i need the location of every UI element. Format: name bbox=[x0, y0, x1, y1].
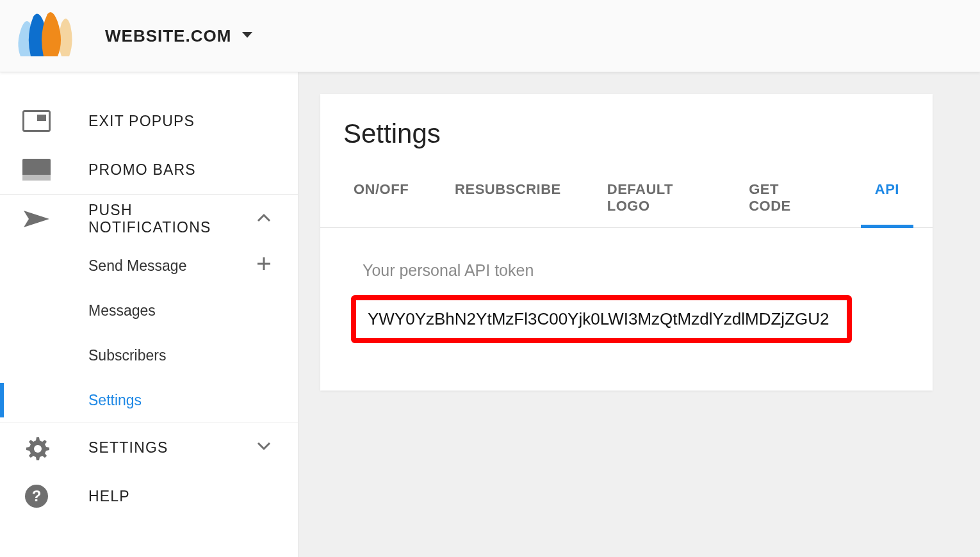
help-icon: ? bbox=[22, 481, 51, 511]
plus-icon[interactable] bbox=[257, 257, 271, 275]
api-token-box[interactable]: YWY0YzBhN2YtMzFl3C00Yjk0LWI3MzQtMzdlYzdl… bbox=[351, 295, 852, 343]
subnav-label: Messages bbox=[88, 302, 156, 319]
nav-label: PROMO BARS bbox=[88, 161, 196, 179]
gear-icon bbox=[22, 433, 51, 462]
nav-push-notifications[interactable]: PUSH NOTIFICATIONS bbox=[0, 195, 298, 243]
settings-tabs: ON/OFF RESUBSCRIBE DEFAULT LOGO GET CODE… bbox=[320, 167, 933, 228]
subnav-messages[interactable]: Messages bbox=[88, 288, 298, 333]
svg-text:?: ? bbox=[32, 487, 42, 505]
nav-exit-popups[interactable]: EXIT POPUPS bbox=[0, 97, 298, 145]
popup-icon bbox=[22, 106, 51, 136]
api-token-value: YWY0YzBhN2YtMzFl3C00Yjk0LWI3MzQtMzdlYzdl… bbox=[368, 309, 829, 328]
sidebar: EXIT POPUPS PROMO BARS PUSH NOTIFICATION… bbox=[0, 72, 298, 557]
app-logo bbox=[15, 7, 73, 65]
subnav-send-message[interactable]: Send Message bbox=[88, 243, 298, 288]
subnav-subscribers[interactable]: Subscribers bbox=[88, 333, 298, 378]
nav-promo-bars[interactable]: PROMO BARS bbox=[0, 145, 298, 194]
chevron-up-icon bbox=[257, 213, 271, 225]
subnav-label: Send Message bbox=[88, 257, 186, 275]
tab-default-logo[interactable]: DEFAULT LOGO bbox=[593, 167, 717, 227]
site-dropdown[interactable]: WEBSITE.COM bbox=[105, 26, 253, 46]
chevron-down-icon bbox=[257, 442, 271, 453]
nav-label: PUSH NOTIFICATIONS bbox=[88, 202, 257, 236]
send-icon bbox=[22, 204, 51, 234]
nav-help[interactable]: ? HELP bbox=[0, 472, 298, 521]
svg-rect-3 bbox=[22, 175, 51, 181]
svg-point-6 bbox=[34, 445, 42, 453]
nav-label: HELP bbox=[88, 488, 130, 505]
site-label: WEBSITE.COM bbox=[105, 26, 231, 46]
caret-down-icon bbox=[241, 30, 253, 42]
subnav-label: Subscribers bbox=[88, 347, 166, 364]
subnav-settings[interactable]: Settings bbox=[88, 378, 298, 423]
settings-card: Settings ON/OFF RESUBSCRIBE DEFAULT LOGO… bbox=[320, 94, 933, 391]
bar-icon bbox=[22, 155, 51, 184]
push-notifications-submenu: Send Message Messages Subscribers Settin… bbox=[0, 243, 298, 423]
tab-on-off[interactable]: ON/OFF bbox=[339, 167, 423, 227]
nav-label: SETTINGS bbox=[88, 439, 168, 456]
svg-rect-1 bbox=[37, 115, 46, 121]
page-title: Settings bbox=[343, 118, 910, 149]
header: WEBSITE.COM bbox=[0, 0, 980, 72]
tab-get-code[interactable]: GET CODE bbox=[735, 167, 828, 227]
tab-api[interactable]: API bbox=[861, 167, 913, 227]
content-area: Settings ON/OFF RESUBSCRIBE DEFAULT LOGO… bbox=[298, 72, 980, 557]
api-token-label: Your personal API token bbox=[363, 261, 902, 280]
subnav-label: Settings bbox=[88, 392, 142, 409]
nav-label: EXIT POPUPS bbox=[88, 113, 195, 130]
tab-resubscribe[interactable]: RESUBSCRIBE bbox=[441, 167, 575, 227]
nav-settings[interactable]: SETTINGS bbox=[0, 423, 298, 472]
